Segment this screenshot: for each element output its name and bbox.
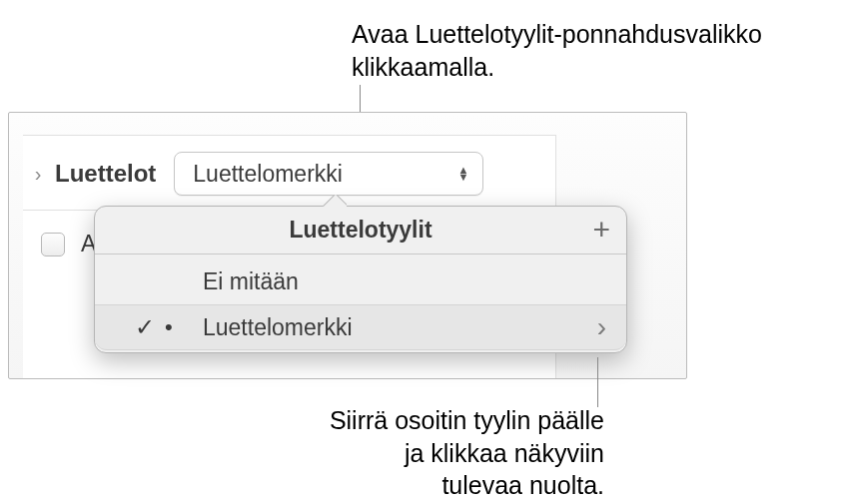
style-item-label: Luettelomerkki	[203, 314, 597, 341]
lists-row: › Luettelot Luettelomerkki ▲ ▼	[23, 136, 555, 211]
bullet-icon: •	[165, 314, 185, 340]
stepper-arrows-icon: ▲ ▼	[457, 167, 468, 181]
style-item-none[interactable]: Ei mitään	[95, 258, 626, 304]
popover-header: Luettelotyylit +	[95, 207, 626, 254]
chevron-right-icon[interactable]: ›	[597, 311, 612, 343]
style-item-label: Ei mitään	[203, 268, 612, 295]
callout-top-text: Avaa Luettelotyylit-ponnahdusvalikko kli…	[352, 18, 845, 83]
popup-value: Luettelomerkki	[193, 161, 343, 188]
lists-label: Luettelot	[55, 160, 156, 188]
popover-body: Ei mitään ✓ • Luettelomerkki ›	[95, 254, 626, 352]
callout-bottom-text: Siirrä osoitin tyylin päälle ja klikkaa …	[325, 404, 604, 502]
dropcap-checkbox[interactable]	[41, 233, 65, 256]
list-styles-popover: Luettelotyylit + Ei mitään ✓ • Luettelom…	[94, 206, 627, 353]
disclosure-triangle-icon[interactable]: ›	[31, 163, 45, 186]
popover-caret-icon	[323, 195, 347, 207]
popover-title: Luettelotyylit	[289, 217, 431, 244]
add-style-button[interactable]: +	[592, 215, 610, 245]
list-style-popup-button[interactable]: Luettelomerkki ▲ ▼	[174, 152, 483, 196]
callout-line	[597, 357, 598, 407]
style-item-bullet[interactable]: ✓ • Luettelomerkki ›	[95, 304, 626, 350]
checkmark-icon: ✓	[135, 313, 157, 341]
